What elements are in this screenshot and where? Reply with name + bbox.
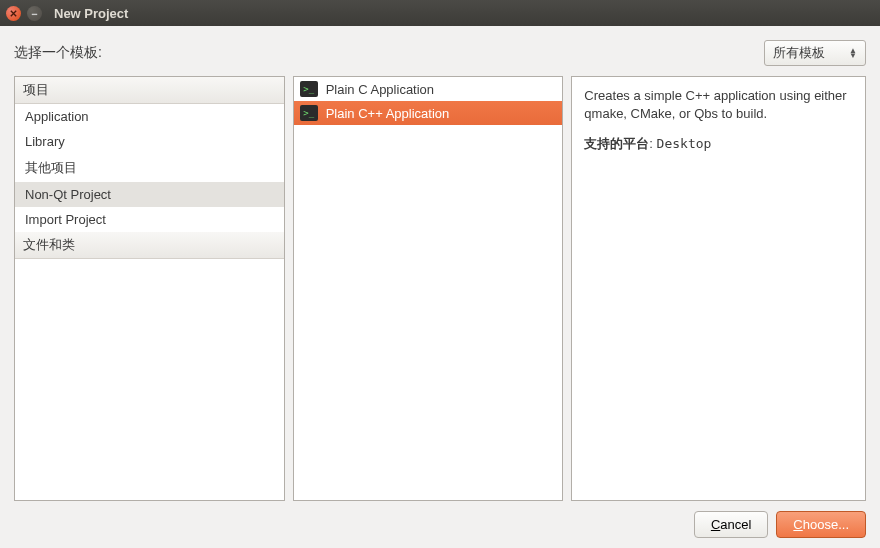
description-panel: Creates a simple C++ application using e… xyxy=(571,76,866,501)
template-label: Plain C++ Application xyxy=(326,106,450,121)
window-title: New Project xyxy=(54,6,128,21)
terminal-icon: >_ xyxy=(300,81,318,97)
dropdown-arrows-icon: ▲▼ xyxy=(849,48,857,58)
choose-button[interactable]: Choose... xyxy=(776,511,866,538)
choose-template-label: 选择一个模板: xyxy=(14,44,102,62)
templates-panel: >_ Plain C Application >_ Plain C++ Appl… xyxy=(293,76,564,501)
platforms-value: Desktop xyxy=(657,136,712,151)
category-header-files: 文件和类 xyxy=(15,232,284,259)
minimize-window-button[interactable] xyxy=(27,6,42,21)
categories-panel: 项目 Application Library 其他项目 Non-Qt Proje… xyxy=(14,76,285,501)
dialog-content: 选择一个模板: 所有模板 ▲▼ 项目 Application Library 其… xyxy=(0,26,880,548)
dropdown-value: 所有模板 xyxy=(773,44,825,62)
template-label: Plain C Application xyxy=(326,82,434,97)
template-item-plain-cpp[interactable]: >_ Plain C++ Application xyxy=(294,101,563,125)
cancel-button-rest: ancel xyxy=(720,517,751,532)
category-item-application[interactable]: Application xyxy=(15,104,284,129)
template-item-plain-c[interactable]: >_ Plain C Application xyxy=(294,77,563,101)
category-item-import[interactable]: Import Project xyxy=(15,207,284,232)
category-item-other[interactable]: 其他项目 xyxy=(15,154,284,182)
description-text: Creates a simple C++ application using e… xyxy=(584,87,853,123)
dialog-buttons: Cancel Choose... xyxy=(14,511,866,538)
titlebar: New Project xyxy=(0,0,880,26)
platforms-label: 支持的平台 xyxy=(584,136,649,151)
terminal-icon: >_ xyxy=(300,105,318,121)
category-item-non-qt[interactable]: Non-Qt Project xyxy=(15,182,284,207)
category-item-library[interactable]: Library xyxy=(15,129,284,154)
cancel-button[interactable]: Cancel xyxy=(694,511,768,538)
panels: 项目 Application Library 其他项目 Non-Qt Proje… xyxy=(14,76,866,501)
category-header-projects: 项目 xyxy=(15,77,284,104)
choose-button-rest: hoose... xyxy=(803,517,849,532)
template-filter-dropdown[interactable]: 所有模板 ▲▼ xyxy=(764,40,866,66)
supported-platforms: 支持的平台: Desktop xyxy=(584,135,853,153)
top-row: 选择一个模板: 所有模板 ▲▼ xyxy=(14,40,866,66)
close-window-button[interactable] xyxy=(6,6,21,21)
